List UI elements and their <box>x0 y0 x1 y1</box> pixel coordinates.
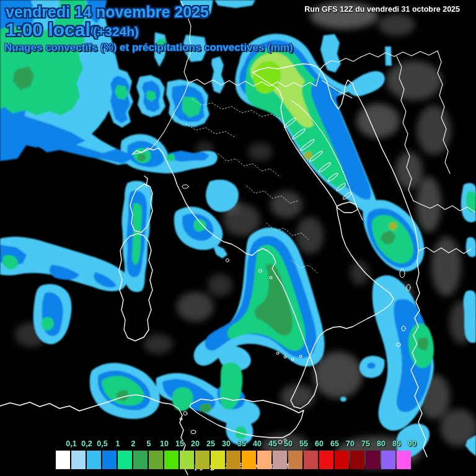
weather-map-page: vendredi 14 novembre 2025 1:00 locale (+… <box>0 0 476 476</box>
legend-color-box <box>118 451 132 469</box>
legend-color-box <box>397 451 411 469</box>
weather-map[interactable] <box>0 0 476 476</box>
legend-color-box <box>381 451 395 469</box>
legend-color-box <box>366 451 380 469</box>
forecast-date: vendredi 14 novembre 2025 <box>6 3 209 21</box>
legend-color-box <box>71 451 86 469</box>
legend-color-box <box>319 451 333 469</box>
legend-color-box <box>180 451 194 469</box>
legend-color-box <box>257 451 271 469</box>
legend-color-box <box>164 451 178 469</box>
forecast-hour-offset: (+324h) <box>93 24 139 39</box>
legend-color-box <box>288 451 302 469</box>
legend-color-box <box>304 451 318 469</box>
legend-color-box <box>56 451 70 469</box>
legend-color-box <box>226 451 240 469</box>
map-parameter-title: Nuages convectifs (%) et précipitations … <box>4 42 293 54</box>
legend-color-box <box>102 451 117 469</box>
legend-tick-label: 90 <box>403 439 421 448</box>
legend-color-box <box>273 451 287 469</box>
legend-color-box <box>87 451 101 469</box>
model-run-info: Run GFS 12Z du vendredi 31 octobre 2025 <box>304 5 460 14</box>
legend-color-box <box>335 451 349 469</box>
legend-color-box <box>350 451 364 469</box>
legend-color-box <box>133 451 148 469</box>
forecast-local-time: 1:00 locale <box>6 19 100 40</box>
legend-color-box <box>242 451 256 469</box>
legend-color-box <box>211 451 225 469</box>
legend-color-box <box>149 451 163 469</box>
legend-color-box <box>195 451 209 469</box>
